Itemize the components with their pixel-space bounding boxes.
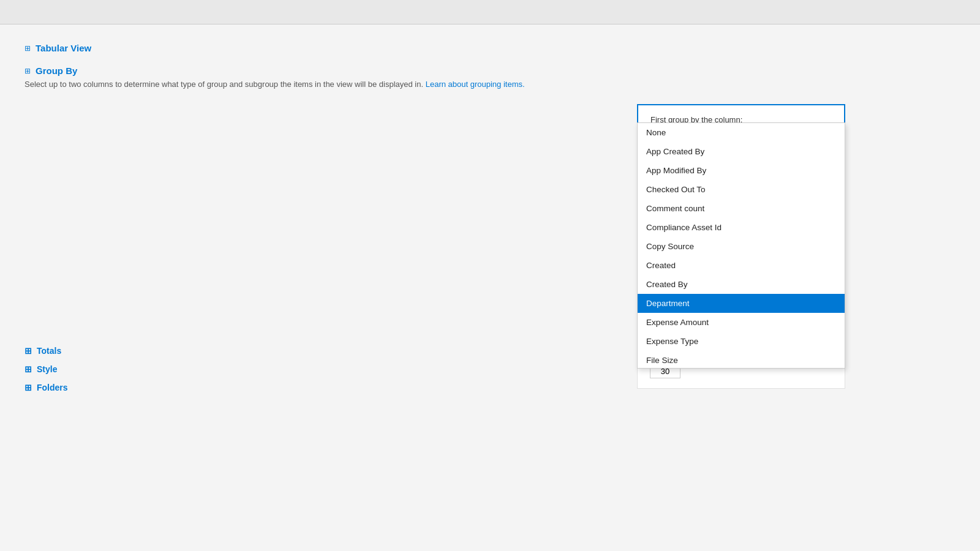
dropdown-item-expense-type[interactable]: Expense Type [638, 332, 845, 351]
dropdown-item-copy-source[interactable]: Copy Source [638, 237, 845, 256]
style-expand-icon: ⊞ [24, 364, 32, 374]
folders-expand-icon: ⊞ [24, 383, 32, 392]
folders-label: Folders [37, 383, 68, 392]
dropdown-item-app-created-by[interactable]: App Created By [638, 142, 845, 161]
dropdown-item-file-size[interactable]: File Size [638, 351, 845, 368]
top-bar [0, 0, 980, 24]
totals-expand-icon: ⊞ [24, 346, 32, 356]
groupby-expand-icon: ⊞ [24, 67, 31, 75]
tabular-view-title: Tabular View [36, 43, 91, 53]
dropdown-item-compliance-asset-id[interactable]: Compliance Asset Id [638, 218, 845, 237]
groupby-description: Select up to two columns to determine wh… [24, 80, 956, 89]
dropdown-list-inner: None App Created By App Modified By Chec… [638, 123, 845, 368]
dropdown-item-expense-amount[interactable]: Expense Amount [638, 313, 845, 332]
groupby-header[interactable]: ⊞ Group By [24, 66, 956, 76]
dropdown-list: None App Created By App Modified By Chec… [637, 122, 845, 369]
tabular-view-expand-icon: ⊞ [24, 44, 31, 53]
totals-label: Totals [37, 346, 61, 356]
dropdown-item-department[interactable]: Department [638, 294, 845, 313]
dropdown-item-none[interactable]: None [638, 123, 845, 142]
dropdown-item-checked-out-to[interactable]: Checked Out To [638, 180, 845, 199]
main-content: ⊞ Tabular View ⊞ Group By Select up to t… [0, 24, 980, 419]
learn-more-link[interactable]: Learn about grouping items. [426, 80, 525, 89]
dropdown-item-comment-count[interactable]: Comment count [638, 199, 845, 218]
groupby-section: ⊞ Group By Select up to two columns to d… [24, 66, 956, 89]
groupby-title: Group By [36, 66, 77, 76]
dropdown-item-created[interactable]: Created [638, 256, 845, 275]
tabular-view-section: ⊞ Tabular View [24, 43, 956, 53]
style-label: Style [37, 364, 57, 374]
tabular-view-header[interactable]: ⊞ Tabular View [24, 43, 956, 53]
dropdown-item-created-by[interactable]: Created By [638, 275, 845, 294]
dropdown-item-app-modified-by[interactable]: App Modified By [638, 161, 845, 180]
